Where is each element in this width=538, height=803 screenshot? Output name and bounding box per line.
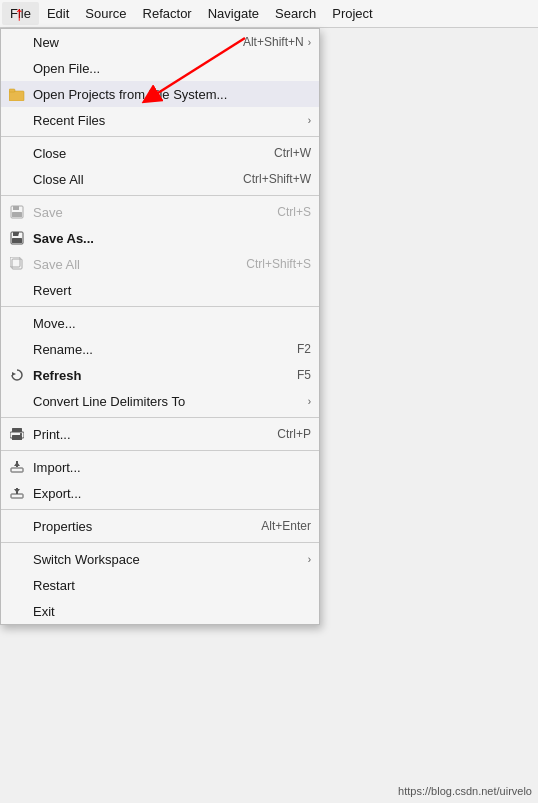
menu-item-switch-workspace[interactable]: Switch Workspace › — [1, 546, 319, 572]
menu-item-save-all-label: Save All — [33, 257, 226, 272]
svg-rect-14 — [12, 435, 22, 440]
separator-4 — [1, 417, 319, 418]
svg-rect-21 — [16, 488, 18, 494]
save-all-icon — [5, 257, 29, 271]
menu-item-properties-shortcut: Alt+Enter — [261, 519, 311, 533]
menu-item-properties[interactable]: Properties Alt+Enter — [1, 513, 319, 539]
menu-item-open-projects[interactable]: Open Projects from File System... — [1, 81, 319, 107]
menu-item-save-as[interactable]: A Save As... — [1, 225, 319, 251]
menubar-project[interactable]: Project — [324, 2, 380, 25]
save-icon — [5, 205, 29, 219]
svg-marker-11 — [12, 372, 16, 376]
menu-item-open-file[interactable]: Open File... — [1, 55, 319, 81]
menu-item-convert-line[interactable]: Convert Line Delimiters To › — [1, 388, 319, 414]
svg-rect-0 — [9, 91, 24, 101]
menu-item-save[interactable]: Save Ctrl+S — [1, 199, 319, 225]
menu-item-move[interactable]: Move... — [1, 310, 319, 336]
menu-item-move-label: Move... — [33, 316, 311, 331]
menu-item-rename[interactable]: Rename... F2 — [1, 336, 319, 362]
save-as-icon: A — [5, 231, 29, 245]
svg-rect-12 — [12, 428, 22, 432]
menu-item-switch-workspace-label: Switch Workspace — [33, 552, 304, 567]
menu-item-import-label: Import... — [33, 460, 311, 475]
menubar-refactor[interactable]: Refactor — [135, 2, 200, 25]
menu-item-properties-label: Properties — [33, 519, 241, 534]
menu-item-restart[interactable]: Restart — [1, 572, 319, 598]
menu-item-new-label: New — [33, 35, 223, 50]
menu-item-import[interactable]: Import... — [1, 454, 319, 480]
menu-item-save-all[interactable]: Save All Ctrl+Shift+S — [1, 251, 319, 277]
refresh-icon — [5, 368, 29, 382]
menu-item-print-label: Print... — [33, 427, 257, 442]
svg-rect-7 — [12, 238, 22, 243]
menu-item-new-shortcut: Alt+Shift+N — [243, 35, 304, 49]
svg-rect-3 — [13, 206, 19, 210]
svg-rect-18 — [16, 461, 18, 467]
menu-item-export[interactable]: Export... — [1, 480, 319, 506]
svg-rect-19 — [11, 494, 23, 498]
menu-item-restart-label: Restart — [33, 578, 311, 593]
print-icon — [5, 427, 29, 441]
menubar: File Edit Source Refactor Navigate Searc… — [0, 0, 538, 28]
menu-item-refresh[interactable]: Refresh F5 — [1, 362, 319, 388]
svg-rect-1 — [9, 89, 15, 92]
menubar-navigate[interactable]: Navigate — [200, 2, 267, 25]
menu-item-close-all-shortcut: Ctrl+Shift+W — [243, 172, 311, 186]
svg-rect-16 — [11, 468, 23, 472]
menu-item-close-all-label: Close All — [33, 172, 223, 187]
svg-rect-4 — [12, 212, 22, 217]
export-icon — [5, 486, 29, 500]
menu-item-new[interactable]: New Alt+Shift+N › — [1, 29, 319, 55]
watermark-text: https://blog.csdn.net/uirvelo — [398, 785, 532, 797]
file-dropdown-menu: New Alt+Shift+N › Open File... Open Proj… — [0, 28, 320, 625]
separator-6 — [1, 509, 319, 510]
menu-item-recent-files-label: Recent Files — [33, 113, 304, 128]
menu-item-close[interactable]: Close Ctrl+W — [1, 140, 319, 166]
svg-rect-15 — [20, 433, 22, 435]
menubar-search[interactable]: Search — [267, 2, 324, 25]
separator-7 — [1, 542, 319, 543]
menu-item-rename-label: Rename... — [33, 342, 277, 357]
menu-item-save-as-label: Save As... — [33, 231, 311, 246]
menu-item-close-label: Close — [33, 146, 254, 161]
menu-item-close-all[interactable]: Close All Ctrl+Shift+W — [1, 166, 319, 192]
menu-item-recent-files-arrow: › — [308, 115, 311, 126]
menu-item-revert-label: Revert — [33, 283, 311, 298]
menu-item-switch-workspace-arrow: › — [308, 554, 311, 565]
menu-item-open-file-label: Open File... — [33, 61, 311, 76]
menu-item-revert[interactable]: Revert — [1, 277, 319, 303]
separator-3 — [1, 306, 319, 307]
svg-text:A: A — [18, 232, 21, 237]
menu-item-refresh-shortcut: F5 — [297, 368, 311, 382]
menubar-edit[interactable]: Edit — [39, 2, 77, 25]
menu-item-save-shortcut: Ctrl+S — [277, 205, 311, 219]
separator-2 — [1, 195, 319, 196]
menu-item-print-shortcut: Ctrl+P — [277, 427, 311, 441]
menu-item-exit-label: Exit — [33, 604, 311, 619]
menu-item-export-label: Export... — [33, 486, 311, 501]
menu-item-save-label: Save — [33, 205, 257, 220]
menubar-source[interactable]: Source — [77, 2, 134, 25]
menu-item-refresh-label: Refresh — [33, 368, 277, 383]
menu-item-exit[interactable]: Exit — [1, 598, 319, 624]
menu-item-recent-files[interactable]: Recent Files › — [1, 107, 319, 133]
menu-item-print[interactable]: Print... Ctrl+P — [1, 421, 319, 447]
menu-item-open-projects-label: Open Projects from File System... — [33, 87, 311, 102]
menu-item-new-arrow: › — [308, 37, 311, 48]
folder-icon — [5, 87, 29, 101]
menubar-file[interactable]: File — [2, 2, 39, 25]
separator-1 — [1, 136, 319, 137]
menu-item-save-all-shortcut: Ctrl+Shift+S — [246, 257, 311, 271]
separator-5 — [1, 450, 319, 451]
import-icon — [5, 460, 29, 474]
menu-item-rename-shortcut: F2 — [297, 342, 311, 356]
menu-item-convert-line-arrow: › — [308, 396, 311, 407]
menu-item-close-shortcut: Ctrl+W — [274, 146, 311, 160]
menu-item-convert-line-label: Convert Line Delimiters To — [33, 394, 304, 409]
